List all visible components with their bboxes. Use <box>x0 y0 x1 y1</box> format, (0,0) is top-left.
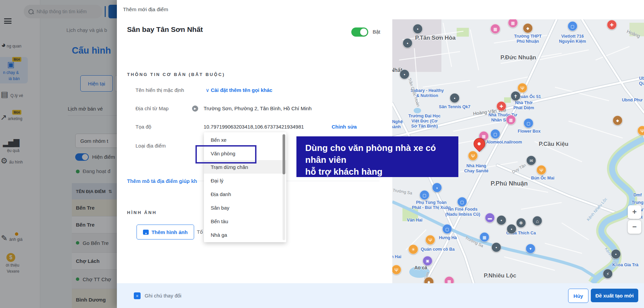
chevron-down-icon: ∨ <box>206 87 209 93</box>
place-dot-icon[interactable]: ● <box>400 70 410 79</box>
map-poi-label: Flower Box <box>518 129 540 134</box>
dropdown-item[interactable]: Bến xe <box>204 133 286 147</box>
dropdown-item[interactable]: Địa danh <box>204 187 286 201</box>
image-icon: ▲ <box>143 230 149 235</box>
church-building-icon[interactable]: ⌂ <box>533 216 542 226</box>
map-area-label: Ao cá <box>414 265 427 270</box>
cart-icon[interactable]: ▦ <box>480 232 490 242</box>
info-icon[interactable]: ▶ <box>192 105 198 112</box>
add-image-button-label: Thêm hình ảnh <box>151 229 188 235</box>
place-dot-icon[interactable]: ● <box>611 249 621 259</box>
shopping-bag-icon[interactable]: ▢ <box>491 129 500 139</box>
restaurant-icon[interactable]: Ψ <box>537 165 546 175</box>
edit-coordinates-link[interactable]: Chỉnh sửa <box>332 124 357 130</box>
map-poi-label: ỹ Nghệhành <box>392 119 403 130</box>
dropdown-item[interactable]: Nhà ga <box>204 228 286 242</box>
map-poi-label: Sân Tennis Qk7 <box>439 104 471 110</box>
modal-footer: ≡ Ghi chú thay đổi Hủy Đề xuất tạo mới <box>117 283 644 308</box>
map-area-label: P.Nhiêu Lộc <box>484 272 516 279</box>
tooltip-line2: hỗ trợ khách hàng <box>305 166 458 178</box>
shirt-icon[interactable]: ▼ <box>526 244 536 254</box>
hotel-icon[interactable]: ▦ <box>506 115 516 125</box>
map-area-label: P.Phú Nhuận <box>491 180 528 187</box>
kiosk-icon[interactable]: ▣ <box>423 256 433 266</box>
school-icon[interactable]: ◆ <box>613 116 623 126</box>
map-poi-label: Ubnd Phư <box>622 98 642 103</box>
crab-icon[interactable]: ✳ <box>409 245 418 254</box>
dropdown-item[interactable]: Sân bay <box>204 201 286 214</box>
enabled-toggle[interactable] <box>351 27 368 37</box>
shoe-icon[interactable]: ◗ <box>432 183 442 193</box>
restaurant-icon[interactable]: Ψ <box>518 83 527 93</box>
bed-icon[interactable]: ▬ <box>485 213 495 223</box>
modal-backdrop[interactable] <box>0 0 117 308</box>
note-icon: ≡ <box>134 292 141 299</box>
restaurant-icon[interactable]: Ψ <box>468 151 478 161</box>
tutorial-tooltip: Dùng cho văn phòng nhà xe có nhân viên h… <box>296 136 458 177</box>
map-poi-label: Quán Ốc 51 <box>517 94 541 99</box>
shopping-bag-icon[interactable]: ▢ <box>442 224 452 234</box>
place-dot-icon[interactable]: ● <box>413 24 423 34</box>
enabled-toggle-label: Bật <box>373 29 380 35</box>
annotation-highlight-box <box>195 145 256 163</box>
display-name-label: Tên hiển thị mặc định <box>136 87 184 93</box>
map-poi-label: Trường THPTPhú Nhuận <box>514 34 541 44</box>
modal-header-title: Thêm mới địa điểm <box>123 6 168 13</box>
screen: { "colors":{"accent":"#1a73e8","navy_ann… <box>0 0 644 308</box>
map-poi-label: Văn Hai <box>407 218 422 223</box>
shopping-bag-icon[interactable]: ▢ <box>420 190 430 200</box>
basic-info-section-heading: THÔNG TIN CƠ BẢN (BẮT BUỘC) <box>127 72 225 77</box>
hotel-icon[interactable]: ▦ <box>491 24 500 34</box>
temple-icon[interactable]: ✻ <box>516 218 526 228</box>
map-poi-label: ăn Hai <box>392 254 401 259</box>
restaurant-icon[interactable]: Ψ <box>425 235 435 245</box>
place-dot-icon[interactable]: ● <box>492 243 501 252</box>
alias-link-label: Cài đặt thêm tên gọi khác <box>211 87 272 93</box>
map-poi-label: Quán cơm cô Ba <box>421 247 455 252</box>
alias-settings-link[interactable]: ∨ Cài đặt thêm tên gọi khác <box>206 87 272 93</box>
change-note-label[interactable]: Ghi chú thay đổi <box>145 293 181 299</box>
school-icon[interactable]: ◆ <box>523 23 533 33</box>
place-dot-icon[interactable]: ● <box>507 224 517 234</box>
map-poi-label: UbQu <box>639 76 644 86</box>
place-dot-icon[interactable]: ● <box>497 215 506 225</box>
shopping-bag-icon[interactable]: ▢ <box>524 118 534 128</box>
map-poi-label: Nn Fine Foods(Nadu Imbiss Cũ) <box>445 207 480 217</box>
hospital-icon[interactable]: ✚ <box>607 20 617 30</box>
shopping-bag-icon[interactable]: ▢ <box>568 21 578 31</box>
map-area-label: P.Đức Nhuận <box>500 54 536 61</box>
zoom-in-button[interactable]: + <box>628 205 641 219</box>
image-hint-fragment: Tố <box>197 229 203 235</box>
map-poi-label: Nhà ThờPhát Diệm <box>513 100 534 111</box>
place-dot-icon[interactable]: ● <box>403 38 413 48</box>
image-section-heading: HÌNH ẢNH <box>127 210 157 215</box>
dropdown-item[interactable]: Bến tàu <box>204 214 286 228</box>
coordinates-label: Tọa độ <box>136 124 151 130</box>
add-image-button[interactable]: ▲ Thêm hình ảnh <box>137 225 194 239</box>
submit-button[interactable]: Đề xuất tạo mới <box>591 289 638 302</box>
location-title: Sân bay Tân Sơn Nhất <box>127 25 203 34</box>
map-poi-label: Alomeoi.nailroom <box>486 140 522 145</box>
map-poi-label: Trường Đại HọcViệt Đức (CơSở Tân Bình) <box>408 114 440 129</box>
location-type-label: Loại địa điểm <box>136 143 166 149</box>
map-poi-label: Trung <box>632 200 644 205</box>
church-icon[interactable]: ✝ <box>511 91 521 101</box>
cancel-button[interactable]: Hủy <box>568 289 588 303</box>
map-poi-label: Dmf <box>633 193 642 198</box>
pharmacy-icon[interactable]: ✚ <box>497 101 506 111</box>
zoom-out-button[interactable]: − <box>628 220 641 234</box>
dropdown-scrollbar-thumb[interactable] <box>283 134 285 174</box>
dropdown-item[interactable]: Đại lý <box>204 174 286 187</box>
map-area-label: P.Cầu Kiệu <box>539 141 568 148</box>
mail-icon[interactable]: ✉ <box>526 156 536 166</box>
map-poi-label: Phụ Tùng ToànPhát - Bùi Thị Xuân <box>412 200 451 210</box>
map-address-value: Trường Sơn, Phường 2, Tân Bình, Hồ Chí M… <box>204 105 312 111</box>
map-area-label: P.Tân Sơn Hòa <box>415 35 455 41</box>
map-poi-label: Vietlott 716Nguyễn Kiệm <box>559 34 586 44</box>
modal-header: Thêm mới địa điểm <box>117 0 644 20</box>
lightning-icon[interactable]: ⚡ <box>603 269 613 279</box>
map-poi-label: Bún Ốc Mai <box>531 176 555 181</box>
shopping-bag-icon[interactable]: ▢ <box>457 197 467 207</box>
coordinates-value: 10.797199063203418,106.67373421934981 <box>204 124 304 130</box>
place-dot-icon[interactable]: ● <box>450 93 460 103</box>
